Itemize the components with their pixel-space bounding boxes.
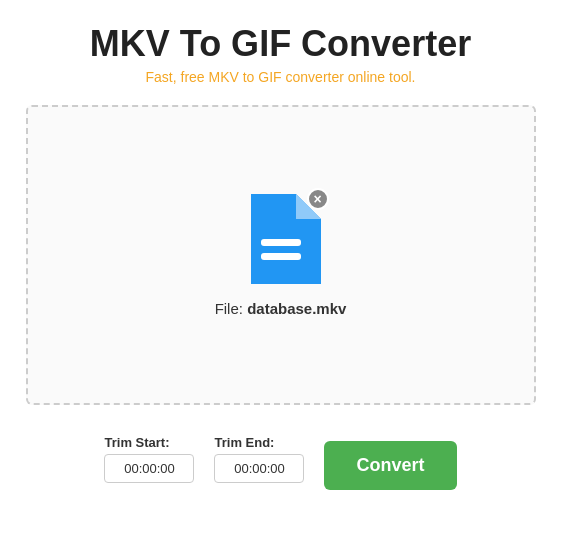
svg-rect-0 [261, 239, 301, 246]
file-icon-wrapper [241, 194, 321, 288]
trim-end-group: Trim End: [214, 435, 304, 483]
trim-end-label: Trim End: [214, 435, 274, 450]
page-header: MKV To GIF Converter Fast, free MKV to G… [90, 0, 471, 85]
file-icon [241, 194, 321, 284]
convert-button[interactable]: Convert [324, 441, 456, 490]
remove-file-button[interactable] [307, 188, 329, 210]
trim-end-input[interactable] [214, 454, 304, 483]
file-name-value: database.mkv [247, 300, 346, 317]
controls-bar: Trim Start: Trim End: Convert [104, 427, 456, 490]
trim-start-input[interactable] [104, 454, 194, 483]
page-title: MKV To GIF Converter [90, 22, 471, 65]
page-subtitle: Fast, free MKV to GIF converter online t… [90, 69, 471, 85]
svg-rect-1 [261, 253, 301, 260]
file-drop-zone[interactable]: File: database.mkv [26, 105, 536, 405]
trim-start-group: Trim Start: [104, 435, 194, 483]
file-name-label: File: database.mkv [215, 300, 347, 317]
trim-start-label: Trim Start: [104, 435, 169, 450]
